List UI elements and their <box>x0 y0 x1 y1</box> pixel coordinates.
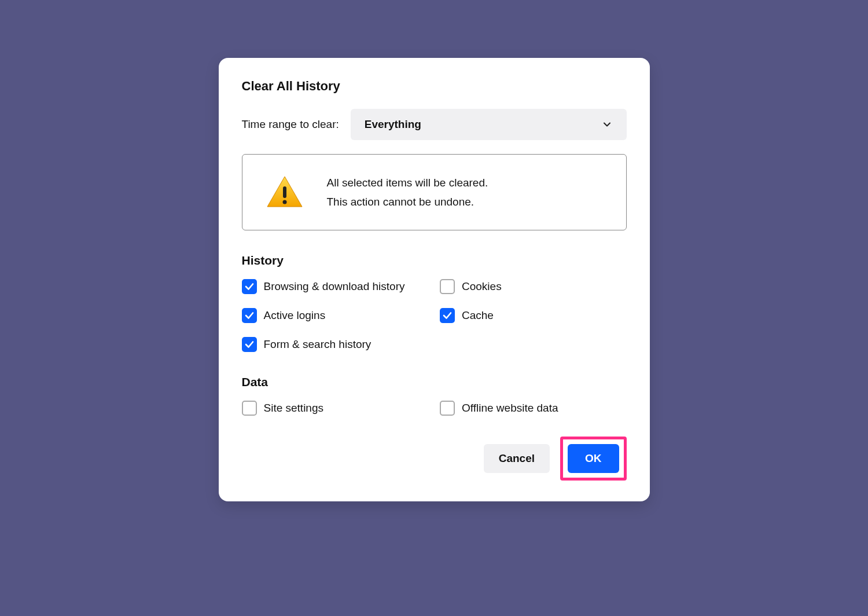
time-range-select[interactable]: Everything <box>351 109 627 140</box>
checkbox-row-browsing: Browsing & download history <box>242 279 429 294</box>
checkbox-offline-data[interactable] <box>440 401 455 416</box>
warning-text: All selected items will be cleared. This… <box>327 173 488 212</box>
checkbox-label-site-settings: Site settings <box>264 402 324 415</box>
warning-line-2: This action cannot be undone. <box>327 192 488 211</box>
checkbox-row-cache: Cache <box>440 308 627 323</box>
checkbox-label-cookies: Cookies <box>462 280 502 293</box>
data-checkbox-grid: Site settings Offline website data <box>242 401 627 416</box>
history-section-header: History <box>242 254 627 267</box>
clear-history-dialog: Clear All History Time range to clear: E… <box>219 58 650 501</box>
checkbox-row-cookies: Cookies <box>440 279 627 294</box>
svg-point-1 <box>282 200 286 204</box>
checkbox-row-form-search: Form & search history <box>242 337 429 352</box>
dialog-title: Clear All History <box>242 79 627 94</box>
cancel-button[interactable]: Cancel <box>484 444 550 473</box>
checkbox-label-active-logins: Active logins <box>264 309 326 322</box>
time-range-row: Time range to clear: Everything <box>242 109 627 140</box>
checkbox-label-offline-data: Offline website data <box>462 402 558 415</box>
checkbox-browsing[interactable] <box>242 279 257 294</box>
checkbox-label-browsing: Browsing & download history <box>264 280 405 293</box>
checkbox-active-logins[interactable] <box>242 308 257 323</box>
checkbox-form-search[interactable] <box>242 337 257 352</box>
checkbox-row-active-logins: Active logins <box>242 308 429 323</box>
checkbox-cache[interactable] <box>440 308 455 323</box>
history-checkbox-grid: Browsing & download history Cookies Acti… <box>242 279 627 352</box>
warning-icon <box>264 172 305 212</box>
checkbox-site-settings[interactable] <box>242 401 257 416</box>
time-range-label: Time range to clear: <box>242 118 339 131</box>
data-section-header: Data <box>242 375 627 389</box>
warning-box: All selected items will be cleared. This… <box>242 154 627 230</box>
ok-button[interactable]: OK <box>568 444 619 473</box>
checkbox-label-form-search: Form & search history <box>264 338 372 351</box>
warning-line-1: All selected items will be cleared. <box>327 173 488 192</box>
ok-button-highlight: OK <box>560 437 627 481</box>
checkbox-cookies[interactable] <box>440 279 455 294</box>
time-range-value: Everything <box>365 118 421 131</box>
checkbox-row-offline-data: Offline website data <box>440 401 627 416</box>
svg-rect-0 <box>283 186 286 198</box>
chevron-down-icon <box>601 119 613 130</box>
dialog-buttons: Cancel OK <box>242 437 627 481</box>
checkbox-row-site-settings: Site settings <box>242 401 429 416</box>
checkbox-label-cache: Cache <box>462 309 494 322</box>
